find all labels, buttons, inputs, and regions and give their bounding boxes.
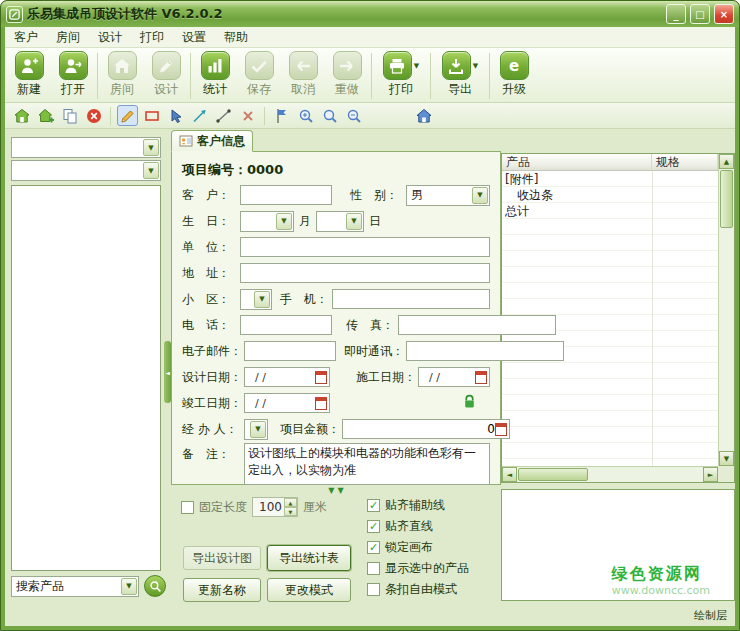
stats-button[interactable]: 统计 — [193, 50, 237, 98]
company-input[interactable] — [240, 237, 490, 257]
measure-icon[interactable] — [189, 105, 210, 126]
horizontal-scroll-thumb[interactable] — [518, 468, 588, 481]
tab-customer-info[interactable]: 客户信息 — [171, 130, 253, 152]
menu-room[interactable]: 房间 — [47, 27, 89, 48]
finish-date-input[interactable]: / / — [244, 393, 330, 413]
home-view-icon[interactable] — [413, 105, 434, 126]
zoom-in-icon[interactable] — [295, 105, 316, 126]
rect-icon[interactable] — [141, 105, 162, 126]
construct-date-input[interactable]: / / — [418, 367, 490, 387]
scroll-down-icon[interactable]: ▼ — [719, 451, 734, 466]
copy-icon[interactable] — [59, 105, 80, 126]
calendar-icon[interactable] — [315, 397, 327, 410]
lock-icon[interactable] — [463, 394, 476, 413]
vertical-scrollbar[interactable]: ▲ ▼ — [718, 154, 734, 466]
calendar-icon[interactable] — [475, 371, 487, 384]
delete-icon[interactable] — [83, 105, 104, 126]
stepper-down-icon[interactable]: ▼ — [284, 507, 297, 516]
zoom-out-icon[interactable] — [343, 105, 364, 126]
menu-customer[interactable]: 客户 — [5, 27, 47, 48]
minimize-button[interactable]: _ — [666, 4, 686, 24]
menu-settings[interactable]: 设置 — [173, 27, 215, 48]
calendar-icon[interactable] — [315, 371, 327, 384]
preview-canvas[interactable]: 绿色资源网 www.downcc.com — [501, 489, 735, 601]
scroll-left-icon[interactable]: ◄ — [502, 467, 517, 482]
upgrade-button[interactable]: e 升级 — [492, 50, 536, 98]
design-date-input[interactable]: / / — [244, 367, 330, 387]
snap-lines-checkbox[interactable]: ✓ — [367, 520, 380, 533]
save-button[interactable]: 保存 — [237, 50, 281, 98]
gender-select[interactable]: 男 ▼ — [406, 185, 490, 206]
phone-input[interactable] — [240, 315, 332, 335]
new-button[interactable]: 新建 — [7, 50, 51, 98]
maximize-button[interactable]: □ — [690, 4, 710, 24]
stepper-up-icon[interactable]: ▲ — [284, 498, 297, 507]
address-input[interactable] — [240, 263, 490, 283]
amount-picker-icon[interactable] — [495, 423, 507, 436]
snap-guides-checkbox[interactable]: ✓ — [367, 499, 380, 512]
home-icon[interactable] — [11, 105, 32, 126]
search-button[interactable] — [144, 575, 166, 597]
note-textarea[interactable]: 设计图纸上的模块和电器的功能和色彩有一定出入，以实物为准 — [244, 443, 490, 485]
room-button[interactable]: 房间 — [100, 50, 144, 98]
chevron-down-icon[interactable]: ▼ — [143, 162, 159, 179]
category-select-1[interactable]: ▼ — [11, 137, 161, 158]
chevron-down-icon[interactable]: ▼ — [121, 578, 137, 595]
export-dropdown-caret-icon[interactable]: ▼ — [473, 62, 478, 70]
search-product-select[interactable]: 搜索产品 ▼ — [11, 576, 139, 597]
scroll-up-icon[interactable]: ▲ — [719, 154, 734, 169]
birth-month-select[interactable]: ▼ — [240, 211, 294, 232]
line-icon[interactable] — [213, 105, 234, 126]
table-row[interactable]: 总计 — [502, 203, 718, 219]
home-add-icon[interactable] — [35, 105, 56, 126]
close-button[interactable]: × — [714, 4, 734, 24]
cursor-icon[interactable] — [165, 105, 186, 126]
table-row[interactable]: 收边条 — [502, 187, 718, 203]
print-dropdown-caret-icon[interactable]: ▼ — [414, 62, 419, 70]
flag-icon[interactable] — [271, 105, 292, 126]
birth-day-select[interactable]: ▼ — [316, 211, 364, 232]
free-strip-mode-checkbox[interactable]: ✓ — [367, 583, 380, 596]
sidebar-collapse-handle[interactable]: ◄ — [164, 341, 171, 403]
change-mode-button[interactable]: 更改模式 — [267, 578, 351, 602]
chevron-down-icon[interactable]: ▼ — [346, 213, 362, 230]
undo-button[interactable]: 取消 — [281, 50, 325, 98]
chevron-down-icon[interactable]: ▼ — [276, 213, 292, 230]
pencil-icon[interactable] — [117, 105, 138, 126]
erase-icon[interactable] — [237, 105, 258, 126]
show-selected-checkbox[interactable]: ✓ — [367, 562, 380, 575]
open-button[interactable]: 打开 — [51, 50, 95, 98]
design-button[interactable]: 设计 — [144, 50, 188, 98]
export-button[interactable]: ▼ 导出 — [433, 50, 487, 98]
horizontal-scrollbar[interactable]: ◄ ► — [502, 466, 718, 482]
fixed-length-stepper[interactable]: 100 ▲ ▼ — [252, 497, 298, 517]
customer-input[interactable] — [240, 185, 332, 205]
agent-select[interactable]: ▼ — [244, 419, 268, 440]
menu-print[interactable]: 打印 — [131, 27, 173, 48]
lock-canvas-checkbox[interactable]: ✓ — [367, 541, 380, 554]
amount-input[interactable] — [345, 422, 495, 436]
titlebar[interactable]: 乐易集成吊顶设计软件 V6.2.0.2 _ □ × — [1, 1, 739, 27]
chevron-down-icon[interactable]: ▼ — [254, 291, 270, 308]
column-spec[interactable]: 规格 — [652, 154, 718, 170]
product-list[interactable] — [11, 185, 161, 571]
chevron-down-icon[interactable]: ▼ — [143, 139, 159, 156]
category-select-2[interactable]: ▼ — [11, 160, 161, 181]
email-input[interactable] — [244, 341, 336, 361]
update-name-button[interactable]: 更新名称 — [183, 578, 261, 602]
im-input[interactable] — [406, 341, 564, 361]
table-row[interactable]: [附件] — [502, 171, 718, 187]
column-product[interactable]: 产品 — [502, 154, 652, 170]
chevron-down-icon[interactable]: ▼ — [472, 187, 488, 204]
export-design-button[interactable]: 导出设计图 — [183, 546, 261, 570]
district-select[interactable]: ▼ — [240, 289, 272, 310]
menu-help[interactable]: 帮助 — [215, 27, 257, 48]
redo-button[interactable]: 重做 — [325, 50, 369, 98]
fixed-length-checkbox[interactable]: ✓ — [181, 501, 194, 514]
fax-input[interactable] — [398, 315, 556, 335]
chevron-down-icon[interactable]: ▼ — [250, 421, 266, 438]
zoom-icon[interactable] — [319, 105, 340, 126]
vertical-scroll-thumb[interactable] — [720, 170, 733, 228]
print-button[interactable]: ▼ 打印 — [374, 50, 428, 98]
scroll-right-icon[interactable]: ► — [703, 467, 718, 482]
